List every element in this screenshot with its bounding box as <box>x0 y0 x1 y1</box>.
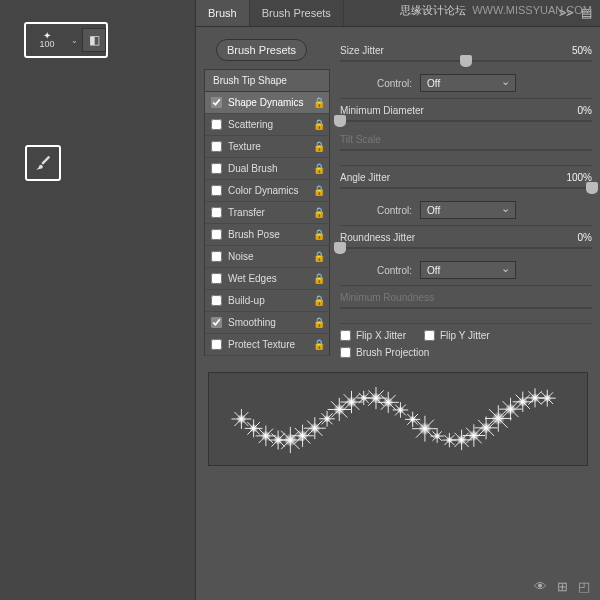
size-jitter-value[interactable]: 50% <box>572 45 592 56</box>
setting-label: Build-up <box>228 295 265 306</box>
lock-icon[interactable]: 🔒 <box>313 207 325 218</box>
lock-icon[interactable]: 🔒 <box>313 317 325 328</box>
lock-icon[interactable]: 🔒 <box>313 339 325 350</box>
brush-tool-button[interactable] <box>25 145 61 181</box>
setting-row-wet-edges[interactable]: Wet Edges🔒 <box>205 268 330 290</box>
size-control-dropdown[interactable]: Off <box>420 74 516 92</box>
lock-icon[interactable]: 🔒 <box>313 295 325 306</box>
brush-panel: Brush Brush Presets >> ▤ Brush Presets B… <box>195 0 600 600</box>
setting-label: Shape Dynamics <box>228 97 304 108</box>
min-diameter-label: Minimum Diameter <box>340 105 578 116</box>
min-diameter-slider[interactable] <box>340 116 592 130</box>
tab-brush-presets[interactable]: Brush Presets <box>250 0 344 26</box>
watermark: 思缘设计论坛WWW.MISSYUAN.COM <box>400 3 592 18</box>
shape-dynamics-controls: Size Jitter50% Control:Off Minimum Diame… <box>340 35 592 364</box>
lock-icon[interactable]: 🔒 <box>313 251 325 262</box>
roundness-jitter-slider[interactable] <box>340 243 592 257</box>
brush-size-value: 100 <box>26 39 68 49</box>
chevron-down-icon: ⌄ <box>71 36 78 45</box>
setting-label: Scattering <box>228 119 273 130</box>
setting-row-protect-texture[interactable]: Protect Texture🔒 <box>205 334 330 356</box>
setting-row-texture[interactable]: Texture🔒 <box>205 136 330 158</box>
roundness-control-dropdown[interactable]: Off <box>420 261 516 279</box>
setting-label: Color Dynamics <box>228 185 299 196</box>
lock-icon[interactable]: 🔒 <box>313 273 325 284</box>
flip-y-checkbox[interactable]: Flip Y Jitter <box>424 330 490 341</box>
setting-checkbox[interactable] <box>211 141 222 152</box>
setting-checkbox[interactable] <box>211 163 222 174</box>
setting-checkbox[interactable] <box>211 119 222 130</box>
min-diameter-value[interactable]: 0% <box>578 105 592 116</box>
lock-icon[interactable]: 🔒 <box>313 141 325 152</box>
setting-row-color-dynamics[interactable]: Color Dynamics🔒 <box>205 180 330 202</box>
setting-row-noise[interactable]: Noise🔒 <box>205 246 330 268</box>
setting-label: Dual Brush <box>228 163 277 174</box>
settings-list: Brush Presets Brush Tip Shape Shape Dyna… <box>204 35 330 364</box>
lock-icon[interactable]: 🔒 <box>313 119 325 130</box>
setting-row-build-up[interactable]: Build-up🔒 <box>205 290 330 312</box>
tilt-scale-slider <box>340 145 592 159</box>
roundness-jitter-value[interactable]: 0% <box>578 232 592 243</box>
setting-label: Brush Pose <box>228 229 280 240</box>
left-column: ✦ 100 ⌄ ◧ <box>0 0 195 600</box>
angle-jitter-slider[interactable] <box>340 183 592 197</box>
setting-row-scattering[interactable]: Scattering🔒 <box>205 114 330 136</box>
setting-row-smoothing[interactable]: Smoothing🔒 <box>205 312 330 334</box>
brush-size-picker[interactable]: ✦ 100 ⌄ ◧ <box>24 22 108 58</box>
setting-label: Protect Texture <box>228 339 295 350</box>
setting-checkbox[interactable] <box>211 97 222 108</box>
setting-label: Wet Edges <box>228 273 277 284</box>
setting-checkbox[interactable] <box>211 251 222 262</box>
setting-label: Texture <box>228 141 261 152</box>
tab-brush[interactable]: Brush <box>196 0 250 26</box>
angle-control-dropdown[interactable]: Off <box>420 201 516 219</box>
min-roundness-label: Minimum Roundness <box>340 292 592 303</box>
setting-checkbox[interactable] <box>211 295 222 306</box>
new-preset-icon[interactable]: ⊞ <box>557 579 568 594</box>
brush-presets-button[interactable]: Brush Presets <box>216 39 307 61</box>
setting-row-brush-pose[interactable]: Brush Pose🔒 <box>205 224 330 246</box>
setting-label: Noise <box>228 251 254 262</box>
size-jitter-slider[interactable] <box>340 56 592 70</box>
brush-preview <box>208 372 588 466</box>
setting-label: Transfer <box>228 207 265 218</box>
setting-checkbox[interactable] <box>211 339 222 350</box>
visibility-icon[interactable]: 👁 <box>534 579 547 594</box>
setting-row-dual-brush[interactable]: Dual Brush🔒 <box>205 158 330 180</box>
lock-icon[interactable]: 🔒 <box>313 185 325 196</box>
snapshot-icon[interactable]: ◰ <box>578 579 590 594</box>
roundness-jitter-label: Roundness Jitter <box>340 232 578 243</box>
lock-icon[interactable]: 🔒 <box>313 229 325 240</box>
min-roundness-slider <box>340 303 592 317</box>
tilt-scale-label: Tilt Scale <box>340 134 592 145</box>
setting-checkbox[interactable] <box>211 185 222 196</box>
panel-footer: 👁 ⊞ ◰ <box>534 579 590 594</box>
brush-tip-shape-button[interactable]: Brush Tip Shape <box>205 70 330 92</box>
setting-checkbox[interactable] <box>211 229 222 240</box>
setting-checkbox[interactable] <box>211 273 222 284</box>
setting-label: Smoothing <box>228 317 276 328</box>
setting-row-transfer[interactable]: Transfer🔒 <box>205 202 330 224</box>
flip-x-checkbox[interactable]: Flip X Jitter <box>340 330 406 341</box>
size-jitter-label: Size Jitter <box>340 45 572 56</box>
angle-jitter-label: Angle Jitter <box>340 172 566 183</box>
brush-preset-toggle-icon[interactable]: ◧ <box>82 28 106 52</box>
setting-checkbox[interactable] <box>211 317 222 328</box>
lock-icon[interactable]: 🔒 <box>313 97 325 108</box>
brush-projection-checkbox[interactable]: Brush Projection <box>340 347 429 358</box>
lock-icon[interactable]: 🔒 <box>313 163 325 174</box>
setting-checkbox[interactable] <box>211 207 222 218</box>
brush-icon <box>33 153 53 173</box>
setting-row-shape-dynamics[interactable]: Shape Dynamics🔒 <box>205 92 330 114</box>
